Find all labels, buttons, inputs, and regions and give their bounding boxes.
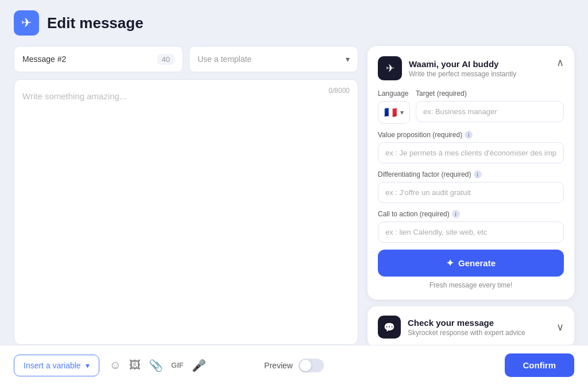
message-name-label: Message #2 — [22, 55, 66, 64]
language-select[interactable]: 🇫🇷 ▾ — [378, 101, 410, 124]
message-text-area[interactable]: 0/8000 Write something amazing... — [14, 79, 358, 345]
ai-card-header-left: ✈ Waami, your AI buddy Write the perfect… — [378, 56, 516, 80]
right-panel: ✈ Waami, your AI buddy Write the perfect… — [368, 46, 574, 345]
fresh-message-text: Fresh message every time! — [378, 281, 564, 289]
differentiating-factor-label: Differentiating factor (required) — [378, 170, 471, 178]
message-bar: Message #2 40 Use a template ▾ — [14, 46, 358, 72]
page-title: Edit message — [47, 14, 144, 32]
call-to-action-info-icon[interactable]: i — [452, 210, 460, 218]
differentiating-factor-info-icon[interactable]: i — [474, 170, 482, 178]
generate-button[interactable]: ✦ Generate — [378, 250, 564, 277]
check-message-title: Check your message — [408, 318, 525, 328]
check-message-icon: 💬 — [378, 316, 401, 339]
char-limit-display: 0/8000 — [328, 87, 350, 95]
footer: Insert a variable ▾ ☺ 🖼 📎 GIF 🎤 Preview … — [0, 345, 588, 385]
ai-icon: ✈ — [378, 56, 402, 80]
page-header: ✈ Edit message — [0, 0, 588, 46]
value-proposition-input[interactable] — [378, 142, 564, 164]
template-label: Use a template — [198, 55, 252, 64]
differentiating-factor-group: Differentiating factor (required) i — [378, 170, 564, 203]
message-name-box: Message #2 40 — [14, 46, 183, 72]
generate-label: Generate — [458, 258, 496, 268]
insert-variable-label: Insert a variable — [24, 361, 81, 370]
lang-chevron-icon: ▾ — [400, 108, 404, 116]
app-icon: ✈ — [14, 10, 39, 36]
text-area-placeholder: Write something amazing... — [22, 91, 350, 101]
star-icon: ✦ — [446, 258, 454, 269]
call-to-action-label: Call to action (required) — [378, 210, 450, 218]
ai-card-header: ✈ Waami, your AI buddy Write the perfect… — [378, 56, 564, 80]
main-layout: Message #2 40 Use a template ▾ 0/8000 Wr… — [0, 46, 588, 345]
check-message-subtitle: Skyrocket response with expert advice — [408, 329, 525, 337]
call-to-action-group: Call to action (required) i — [378, 210, 564, 243]
ai-card-title: Waami, your AI buddy — [409, 59, 516, 69]
footer-left: Insert a variable ▾ ☺ 🖼 📎 GIF 🎤 — [14, 355, 206, 376]
preview-label: Preview — [264, 361, 293, 370]
flag-icon: 🇫🇷 — [384, 106, 397, 119]
toggle-knob — [300, 360, 311, 371]
emoji-icon[interactable]: ☺ — [110, 359, 121, 372]
language-label: Language — [378, 90, 410, 98]
attachment-icon[interactable]: 📎 — [149, 359, 163, 372]
target-label: Target (required) — [416, 90, 564, 98]
chevron-down-icon: ▾ — [346, 55, 350, 64]
mic-icon[interactable]: 🎤 — [192, 359, 206, 372]
toolbar-icons: ☺ 🖼 📎 GIF 🎤 — [110, 359, 206, 372]
insert-variable-button[interactable]: Insert a variable ▾ — [14, 355, 99, 376]
message-char-count: 40 — [157, 54, 175, 65]
insert-variable-chevron-icon: ▾ — [86, 361, 90, 370]
collapse-icon[interactable]: ∧ — [556, 56, 564, 69]
ai-card: ✈ Waami, your AI buddy Write the perfect… — [368, 46, 574, 300]
value-proposition-group: Value proposition (required) i — [378, 131, 564, 164]
preview-section: Preview — [264, 359, 324, 372]
value-proposition-label: Value proposition (required) — [378, 131, 462, 139]
value-proposition-info-icon[interactable]: i — [465, 131, 473, 139]
language-row: Language 🇫🇷 ▾ Target (required) — [378, 90, 564, 124]
confirm-button[interactable]: Confirm — [505, 353, 575, 377]
ai-card-subtitle: Write the perfect message instantly — [409, 70, 516, 78]
preview-toggle[interactable] — [299, 359, 324, 372]
target-input[interactable] — [416, 101, 564, 122]
check-message-card: 💬 Check your message Skyrocket response … — [368, 306, 574, 348]
call-to-action-input[interactable] — [378, 221, 564, 243]
left-panel: Message #2 40 Use a template ▾ 0/8000 Wr… — [14, 46, 368, 345]
image-icon[interactable]: 🖼 — [129, 359, 141, 372]
language-field-group: Language 🇫🇷 ▾ Target (required) — [378, 90, 564, 124]
expand-icon[interactable]: ∨ — [556, 321, 564, 333]
differentiating-factor-input[interactable] — [378, 182, 564, 203]
gif-icon[interactable]: GIF — [171, 361, 184, 370]
template-dropdown[interactable]: Use a template ▾ — [189, 46, 358, 72]
